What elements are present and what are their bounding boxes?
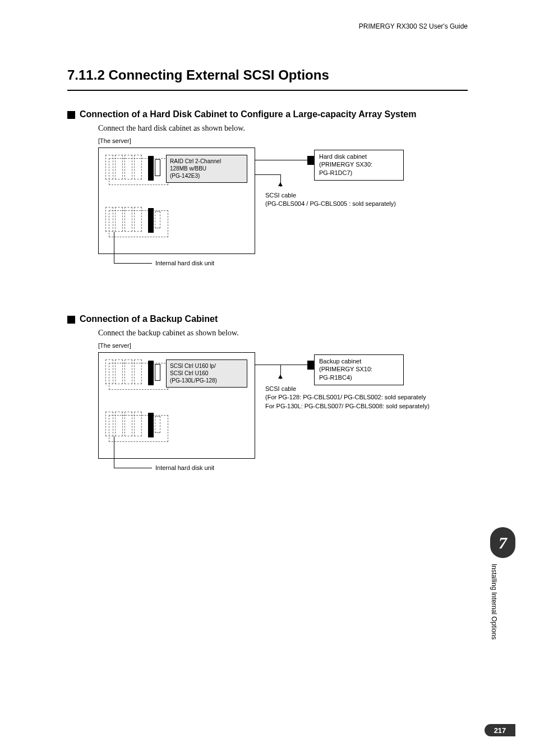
cabinet-line: PG-R1DC7) bbox=[319, 169, 399, 177]
cable-label: SCSI cable (PG-CBLS004 / PG-CBLS005 : so… bbox=[265, 191, 396, 209]
raid-card-icon bbox=[148, 208, 154, 233]
section-number: 7.11.2 bbox=[67, 67, 105, 82]
chapter-label: Installing Internal Options bbox=[490, 564, 498, 653]
section-title: 7.11.2 Connecting External SCSI Options bbox=[67, 67, 468, 91]
connector-icon bbox=[155, 364, 160, 381]
port-icon bbox=[307, 156, 314, 165]
slot-group bbox=[105, 155, 162, 186]
cabinet-line: Hard disk cabinet bbox=[319, 153, 399, 160]
page-number: 217 bbox=[485, 724, 515, 736]
connector-icon bbox=[155, 159, 160, 176]
cable-line bbox=[255, 160, 308, 160]
subsection-backup-cabinet: Connection of a Backup Cabinet Connect t… bbox=[67, 314, 468, 481]
cabinet-line: Backup cabinet bbox=[319, 357, 399, 365]
raid-card-label: RAID Ctrl 2-Channel 128MB w/BBU (PG-142E… bbox=[166, 155, 247, 183]
cable-line: For PG-130L: PG-CBLS007/ PG-CBLS008: sol… bbox=[265, 402, 430, 411]
hdu-label: Internal hard disk unit bbox=[155, 260, 214, 266]
card-line: SCSI Ctrl U160 lp/ bbox=[170, 362, 243, 370]
chapter-number-badge: 7 bbox=[490, 527, 515, 558]
chapter-tab: 7 Installing Internal Options bbox=[490, 527, 515, 653]
subsection-hard-disk-cabinet: Connection of a Hard Disk Cabinet to Con… bbox=[67, 109, 468, 276]
card-line: SCSI Ctrl U160 bbox=[170, 370, 243, 377]
sub-title: Connection of a Backup Cabinet bbox=[80, 314, 218, 324]
cable-label: SCSI cable (For PG-128: PG-CBLS001/ PG-C… bbox=[265, 385, 430, 411]
diagram-hard-disk: RAID Ctrl 2-Channel 128MB w/BBU (PG-142E… bbox=[98, 147, 468, 276]
scsi-card-label: SCSI Ctrl U160 lp/ SCSI Ctrl U160 (PG-13… bbox=[166, 359, 247, 388]
server-label: [The server] bbox=[98, 137, 468, 144]
cabinet-line: (PRIMERGY SX10: bbox=[319, 365, 399, 373]
connector-icon bbox=[155, 416, 160, 433]
arrow-up-icon bbox=[278, 182, 283, 186]
server-label: [The server] bbox=[98, 342, 468, 349]
cabinet-box: Hard disk cabinet (PRIMERGY SX30: PG-R1D… bbox=[314, 150, 404, 181]
card-line: (PG-130L/PG-128) bbox=[170, 377, 243, 384]
raid-card-icon bbox=[148, 361, 154, 385]
card-line: (PG-142E3) bbox=[170, 172, 243, 179]
square-bullet-icon bbox=[67, 316, 75, 324]
sub-body: Connect the hard disk cabinet as shown b… bbox=[98, 124, 468, 133]
disk-slots bbox=[105, 412, 142, 436]
card-line: RAID Ctrl 2-Channel bbox=[170, 158, 243, 165]
port-icon bbox=[307, 361, 314, 370]
page-header: PRIMERGY RX300 S2 User's Guide bbox=[359, 22, 468, 30]
cable-line: (PG-CBLS004 / PG-CBLS005 : sold separate… bbox=[265, 200, 396, 208]
disk-slots bbox=[105, 207, 142, 232]
sub-header: Connection of a Hard Disk Cabinet to Con… bbox=[67, 109, 468, 119]
connector-icon bbox=[155, 211, 160, 228]
cabinet-line: (PRIMERGY SX30: bbox=[319, 160, 399, 168]
server-box: SCSI Ctrl U160 lp/ SCSI Ctrl U160 (PG-13… bbox=[98, 352, 255, 459]
section-heading: Connecting External SCSI Options bbox=[108, 67, 329, 82]
sub-body: Connect the backup cabinet as shown belo… bbox=[98, 329, 468, 338]
hdu-label: Internal hard disk unit bbox=[155, 464, 214, 471]
leader-line bbox=[114, 468, 152, 468]
cable-line bbox=[280, 365, 281, 379]
cabinet-line: PG-R1BC4) bbox=[319, 374, 399, 381]
disk-slots bbox=[105, 155, 142, 179]
slot-group bbox=[105, 359, 162, 390]
leader-line bbox=[114, 232, 114, 263]
raid-card-icon bbox=[148, 413, 154, 437]
server-box: RAID Ctrl 2-Channel 128MB w/BBU (PG-142E… bbox=[98, 147, 255, 254]
cable-line bbox=[255, 174, 280, 175]
card-line: 128MB w/BBU bbox=[170, 165, 243, 172]
cabinet-box: Backup cabinet (PRIMERGY SX10: PG-R1BC4) bbox=[314, 354, 404, 385]
leader-line bbox=[114, 436, 114, 468]
cable-line: SCSI cable bbox=[265, 191, 396, 200]
cable-line: (For PG-128: PG-CBLS001/ PG-CBLS002: sol… bbox=[265, 393, 430, 402]
sub-title: Connection of a Hard Disk Cabinet to Con… bbox=[80, 109, 416, 119]
diagram-backup: SCSI Ctrl U160 lp/ SCSI Ctrl U160 (PG-13… bbox=[98, 352, 468, 481]
square-bullet-icon bbox=[67, 111, 75, 119]
leader-line bbox=[114, 263, 152, 264]
raid-card-icon bbox=[148, 156, 154, 181]
sub-header: Connection of a Backup Cabinet bbox=[67, 314, 468, 324]
disk-slots bbox=[105, 359, 142, 384]
cable-line bbox=[255, 365, 308, 365]
cable-line: SCSI cable bbox=[265, 385, 430, 393]
